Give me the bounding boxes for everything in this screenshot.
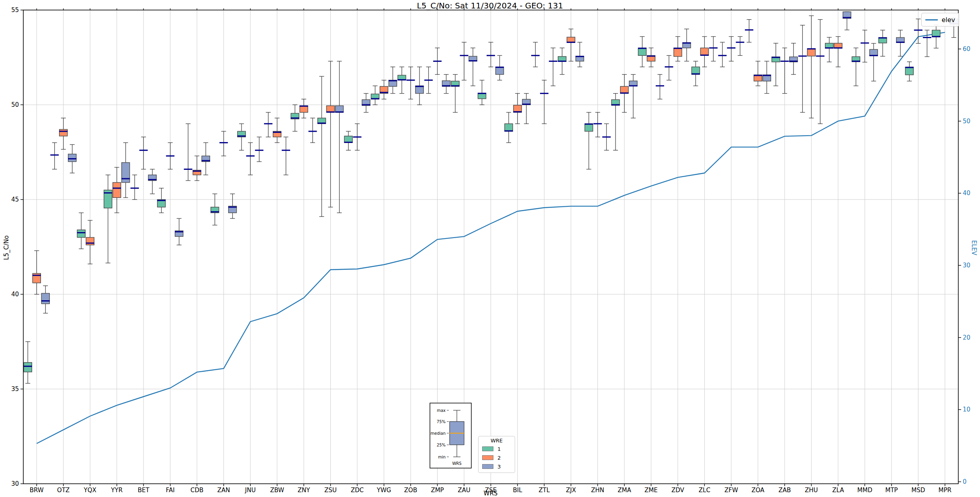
x-tick-label-ZOA: ZOA xyxy=(751,487,765,494)
x-tick-label-ZMA: ZMA xyxy=(618,487,631,494)
station-group-YQX xyxy=(77,213,94,264)
boxplot-canvas: 3035404550550102030405060BRWOTZYQXYYRBET… xyxy=(0,0,980,497)
x-tick-label-BET: BET xyxy=(138,487,150,494)
x-tick-label-ZME: ZME xyxy=(644,487,658,494)
x-tick-label-MMD: MMD xyxy=(857,487,872,494)
left-tick-label: 45 xyxy=(11,196,19,203)
x-tick-label-ZBW: ZBW xyxy=(270,487,284,494)
wre-legend-row-1: 1 xyxy=(482,444,511,453)
x-tick-label-BIL: BIL xyxy=(513,487,522,494)
box-ZHU-wre2 xyxy=(807,49,815,56)
inset-label-max: max xyxy=(437,408,446,413)
x-tick-label-ZOB: ZOB xyxy=(404,487,417,494)
right-tick-label: 20 xyxy=(963,334,970,341)
box-ZSE-wre3 xyxy=(496,67,504,75)
wre-legend-title: WRE xyxy=(482,438,511,444)
box-YQX-wre2 xyxy=(86,237,94,245)
left-tick-label: 50 xyxy=(11,101,19,108)
box-ZMA-wre2 xyxy=(620,86,628,93)
wre-label: 2 xyxy=(497,455,501,461)
x-tick-label-ZJX: ZJX xyxy=(566,487,576,494)
left-tick-label: 30 xyxy=(11,480,19,487)
x-tick-label-FAI: FAI xyxy=(166,487,175,494)
box-OTZ-wre2 xyxy=(59,129,68,136)
x-tick-label-ZAB: ZAB xyxy=(778,487,791,494)
right-tick-label: 10 xyxy=(963,406,970,413)
box-OTZ-wre3 xyxy=(68,154,76,162)
x-tick-label-YWG: YWG xyxy=(376,487,391,494)
station-group-ZSU xyxy=(317,61,344,216)
wre-legend-row-2: 2 xyxy=(482,453,511,462)
right-tick-label: 30 xyxy=(963,262,970,269)
right-tick-label: 60 xyxy=(963,45,970,53)
x-tick-label-ZLA: ZLA xyxy=(832,487,844,494)
wre-legend-row-3: 3 xyxy=(482,462,511,471)
x-tick-label-ZAN: ZAN xyxy=(217,487,230,494)
wre-swatch-3 xyxy=(482,464,493,469)
right-axis-label: ELEV xyxy=(970,240,978,255)
elev-line-swatch xyxy=(925,19,938,20)
gridlines xyxy=(23,10,958,484)
wre-legend: WRE 123 xyxy=(478,436,515,473)
box-ZME-wre1 xyxy=(638,48,646,55)
box-BRW-wre1 xyxy=(24,363,32,372)
x-tick-label-ZTL: ZTL xyxy=(539,487,550,494)
box-MPR-wre1 xyxy=(932,30,940,37)
x-tick-label-ZLC: ZLC xyxy=(699,487,710,494)
box-ZDV-wre2 xyxy=(674,48,682,56)
box-ZHN-wre1 xyxy=(585,124,593,131)
x-axis-label: WRS xyxy=(484,490,498,497)
box-YQX-wre1 xyxy=(77,230,85,238)
x-tick-label-ZHN: ZHN xyxy=(591,487,604,494)
inset-label-median: median xyxy=(431,431,446,436)
inset-label-75%: 75% xyxy=(437,420,446,424)
left-tick-label: 35 xyxy=(11,385,19,393)
x-tick-label-MTP: MTP xyxy=(885,487,898,494)
x-tick-label-ZDV: ZDV xyxy=(671,487,685,494)
x-tick-label-ZDC: ZDC xyxy=(351,487,364,494)
chart-title: L5_C/No: Sat 11/30/2024 - GEO: 131 xyxy=(0,1,980,10)
station-group-ZAB xyxy=(771,43,798,94)
x-tick-label-BRW: BRW xyxy=(30,487,44,494)
inset-xlabel: WRS xyxy=(452,461,461,466)
x-tick-label-JNU: JNU xyxy=(245,487,256,494)
box-BIL-wre1 xyxy=(505,124,513,131)
right-tick-label: 50 xyxy=(963,118,970,125)
right-tick-label: 0 xyxy=(963,478,967,485)
box-ZDC-wre1 xyxy=(344,136,352,143)
wre-swatch-1 xyxy=(482,446,493,451)
x-tick-label-ZNY: ZNY xyxy=(298,487,310,494)
left-axis-label: L5_C/No xyxy=(3,235,10,260)
x-tick-label-OTZ: OTZ xyxy=(57,487,70,494)
x-tick-label-YYR: YYR xyxy=(110,487,123,494)
wre-legend-rows: 123 xyxy=(482,444,511,471)
elev-legend-label: elev xyxy=(941,16,955,24)
x-tick-label-YQX: YQX xyxy=(84,487,96,494)
box-YYR-wre3 xyxy=(122,163,130,183)
box-ZSU-wre3 xyxy=(336,106,344,112)
box-YYR-wre2 xyxy=(113,183,121,198)
box-MSD-wre1 xyxy=(905,67,913,75)
figure: 3035404550550102030405060BRWOTZYQXYYRBET… xyxy=(0,0,980,497)
wre-label: 3 xyxy=(497,464,501,470)
x-tick-label-ZFW: ZFW xyxy=(724,487,738,494)
box-ZSU-wre2 xyxy=(327,106,335,112)
inset-label-min: min xyxy=(438,455,446,459)
elev-legend: elev xyxy=(921,13,959,26)
station-group-ZOB xyxy=(398,67,424,105)
x-tick-label-ZHU: ZHU xyxy=(805,487,818,494)
x-tick-label-CDB: CDB xyxy=(190,487,203,494)
boxplot-explainer-inset: max75%median25%minWRS xyxy=(430,403,471,468)
box-ZNY-wre2 xyxy=(300,106,308,112)
wre-swatch-2 xyxy=(482,455,493,460)
inset-label-25%: 25% xyxy=(437,443,446,447)
wre-label: 1 xyxy=(497,446,501,452)
right-tick-label: 40 xyxy=(963,189,970,197)
box-BRW-wre3 xyxy=(41,293,49,304)
station-group-ZHU xyxy=(798,16,825,124)
left-tick-label: 40 xyxy=(11,291,19,298)
x-tick-label-ZAU: ZAU xyxy=(458,487,471,494)
box-ZLC-wre2 xyxy=(700,48,708,55)
x-tick-label-MSD: MSD xyxy=(911,487,925,494)
x-tick-label-ZMP: ZMP xyxy=(431,487,444,494)
